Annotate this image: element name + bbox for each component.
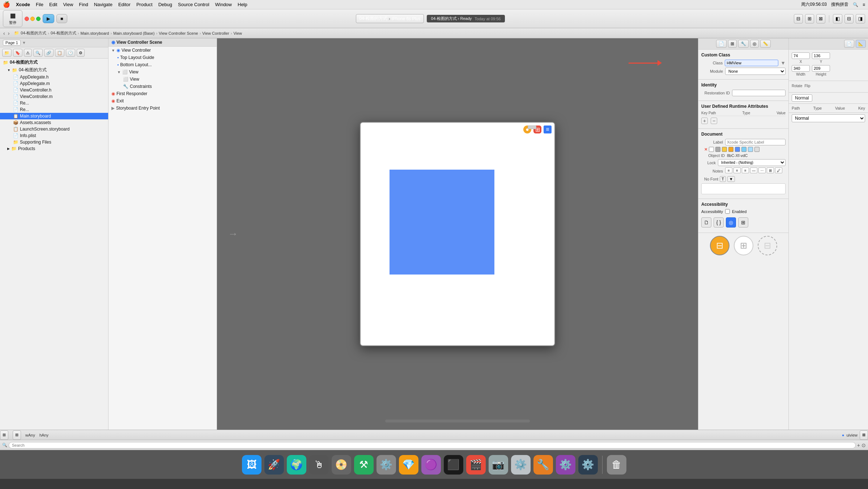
tree-item-re2[interactable]: 📄 Re... <box>0 106 108 113</box>
tree-item-main-storyboard[interactable]: 📋 Main.storyboard <box>0 113 108 119</box>
y-input[interactable] <box>812 52 830 59</box>
filetree-icon2[interactable]: 🔖 <box>13 49 22 57</box>
tree-item-products[interactable]: ▶ 📁 Products <box>0 145 108 152</box>
menu-input-method[interactable]: 搜狗拼音 <box>831 1 848 8</box>
color-swatch-yellow[interactable] <box>722 147 727 152</box>
note-icon6[interactable]: ⊞ <box>767 167 774 173</box>
font-dropdown[interactable]: ▼ <box>727 176 735 182</box>
menu-xcode[interactable]: Xcode <box>16 2 30 7</box>
dock-finder[interactable]: 🖼 <box>242 455 261 475</box>
color-swatch-orange[interactable] <box>728 147 733 152</box>
filter-button[interactable]: ⊙ <box>861 442 866 448</box>
apple-menu[interactable]: 🍎 <box>3 1 10 8</box>
breadcrumb-vc-scene[interactable]: View Controller Scene <box>159 31 198 35</box>
tree-item-launch-storyboard[interactable]: 📋 LaunchScreen.storyboard <box>0 126 108 132</box>
dock-extra2[interactable]: ⚙️ <box>578 455 598 475</box>
tree-item-appdelegate-h[interactable]: 📄 AppDelegate.h <box>0 74 108 80</box>
filetree-icon4[interactable]: 🔍 <box>33 49 43 57</box>
breadcrumb-vc[interactable]: View Controller <box>202 31 229 35</box>
breadcrumb-target[interactable]: 04-检图的方式 <box>51 30 76 36</box>
tree-item-viewcontroller-m[interactable]: 📄 ViewController.m <box>0 93 108 100</box>
dock-video[interactable]: 🎬 <box>466 455 486 475</box>
width-input[interactable] <box>792 65 810 72</box>
add-file-button[interactable]: + <box>857 442 860 448</box>
tree-item-info-plist[interactable]: 📄 Info.plist <box>0 132 108 139</box>
size-class-icon1[interactable]: ⊞ <box>0 430 8 440</box>
canvas-fit-button[interactable]: ⊠ <box>860 430 868 440</box>
dock-trash[interactable]: 🗑 <box>607 455 626 475</box>
filetree-icon1[interactable]: 📁 <box>2 49 12 57</box>
udra-remove-button[interactable]: − <box>711 118 717 124</box>
filetree-icon8[interactable]: ⚙ <box>77 49 85 57</box>
class-input[interactable] <box>725 60 778 66</box>
color-swatch-white[interactable] <box>709 147 714 152</box>
scene-item-vc[interactable]: ▼ ◉ View Controller <box>109 47 217 54</box>
tree-item-re1[interactable]: 📄 Re... <box>0 100 108 106</box>
dock-sketch[interactable]: 💎 <box>399 455 418 475</box>
navigator-toggle-button[interactable]: ◧ <box>833 14 842 24</box>
back-button[interactable]: ‹ <box>2 30 6 36</box>
menu-edit[interactable]: Edit <box>49 2 57 7</box>
tree-item-subfolder[interactable]: ▼ 📁 04-检图的方式 <box>0 66 108 74</box>
search-menu-icon[interactable]: 🔍 <box>853 2 858 7</box>
accessibility-checkbox[interactable] <box>725 209 730 214</box>
forward-button[interactable]: › <box>7 30 11 36</box>
font-button[interactable]: T <box>720 176 726 182</box>
dock-prefs[interactable]: ⚙️ <box>511 455 531 475</box>
class-dropdown-button[interactable]: ▼ <box>780 60 786 66</box>
scene-item-top-layout[interactable]: ▪ Top Layout Guide <box>109 54 217 61</box>
run-button[interactable]: ▶ <box>43 14 54 23</box>
breadcrumb-storyboard-base[interactable]: Main.storyboard (Base) <box>113 31 154 35</box>
size-inspector-icon1[interactable]: 📄 <box>844 40 854 48</box>
inspector-icon1[interactable]: 📄 <box>716 40 727 48</box>
scene-item-view-parent[interactable]: ▼ ⬜ View <box>109 68 217 76</box>
menu-view[interactable]: View <box>63 2 73 7</box>
menu-source-control[interactable]: Source Control <box>178 2 209 7</box>
stop-button[interactable]: ⏹ 暂停 <box>3 10 22 27</box>
scene-item-exit[interactable]: ◉ Exit <box>109 97 217 105</box>
tree-item-root[interactable]: 📁 04-检图的方式 <box>0 59 108 66</box>
dock-tools[interactable]: ⚒ <box>354 455 374 475</box>
dock-purple[interactable]: 🟣 <box>421 455 441 475</box>
size-inspector-icon2[interactable]: 📐 <box>856 40 866 48</box>
dock-dvd[interactable]: 📀 <box>332 455 351 475</box>
scene-item-bottom-layout[interactable]: ▪ Bottom Layout... <box>109 61 217 68</box>
restoration-id-input[interactable] <box>732 90 786 96</box>
tree-item-supporting-files[interactable]: 📁 Supporting Files <box>0 139 108 145</box>
filetree-icon6[interactable]: 📋 <box>55 49 64 57</box>
note-icon7[interactable]: 🖊 <box>775 167 782 173</box>
blue-rect[interactable] <box>390 170 494 275</box>
acc-icon4[interactable]: ⊞ <box>738 217 748 228</box>
large-icon-dashed[interactable]: ⊟ <box>758 236 777 255</box>
inspector-icon2[interactable]: ⊞ <box>728 40 737 48</box>
inspector-icon3[interactable]: 🔧 <box>738 40 749 48</box>
device-selector[interactable]: 04-检图的方式 › iPhone 6s Plus <box>356 14 424 23</box>
breadcrumb-view[interactable]: View <box>233 31 242 35</box>
filetree-icon7[interactable]: 🕒 <box>66 49 75 57</box>
breadcrumb-main-storyboard[interactable]: Main.storyboard <box>81 31 109 35</box>
module-select[interactable]: None <box>725 68 786 75</box>
color-swatch-gray[interactable] <box>715 147 720 152</box>
menu-help[interactable]: Help <box>238 2 247 7</box>
acc-icon2[interactable]: { } <box>714 217 724 228</box>
note-icon4[interactable]: — <box>750 167 757 173</box>
utilities-toggle-button[interactable]: ◨ <box>856 14 865 24</box>
color-swatch-ltblue[interactable] <box>748 147 753 152</box>
height-input[interactable] <box>812 65 830 72</box>
debug-area-toggle-button[interactable]: ⊟ <box>844 14 854 24</box>
tree-item-viewcontroller-h[interactable]: 📄 ViewController.h <box>0 87 108 93</box>
scene-item-constraints[interactable]: 🔧 Constraints <box>109 83 217 90</box>
menu-debug[interactable]: Debug <box>158 2 172 7</box>
dock-launchpad[interactable]: 🚀 <box>264 455 284 475</box>
note-icon1[interactable]: ≡ <box>725 167 732 173</box>
note-icon2[interactable]: ≡ <box>733 167 741 173</box>
menu-window[interactable]: Window <box>215 2 232 7</box>
acc-icon1[interactable]: 🗋 <box>701 217 711 228</box>
inspector-icon4[interactable]: ◎ <box>750 40 759 48</box>
note-icon5[interactable]: ··· <box>758 167 766 173</box>
assistant-editor-button[interactable]: ⊞ <box>805 14 814 24</box>
tree-item-assets[interactable]: 📦 Assets.xcassets <box>0 119 108 126</box>
dock-develop[interactable]: 🔧 <box>533 455 553 475</box>
dock-safari[interactable]: 🌍 <box>287 455 306 475</box>
page-indicator[interactable]: Page 1 <box>3 40 21 46</box>
